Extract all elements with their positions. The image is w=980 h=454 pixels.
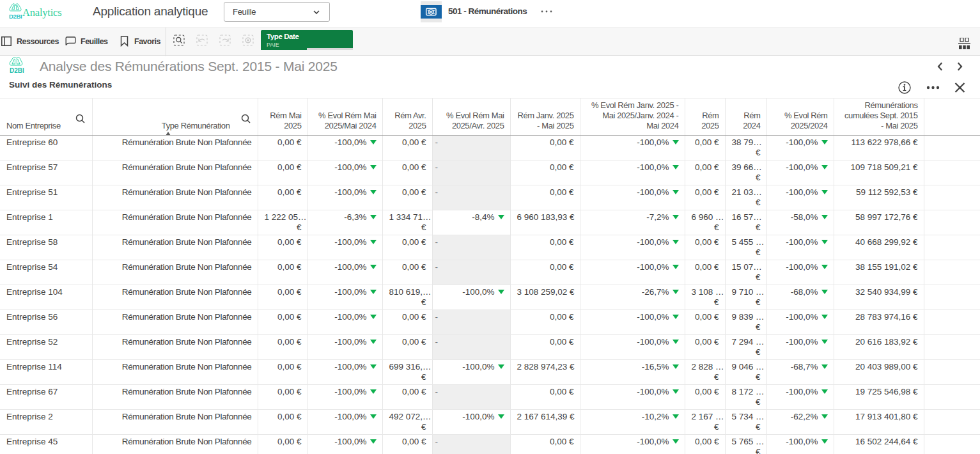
svg-text:D2BI: D2BI xyxy=(10,67,24,74)
svg-text:Analytics: Analytics xyxy=(22,6,61,19)
svg-text:D2BI: D2BI xyxy=(9,13,22,20)
